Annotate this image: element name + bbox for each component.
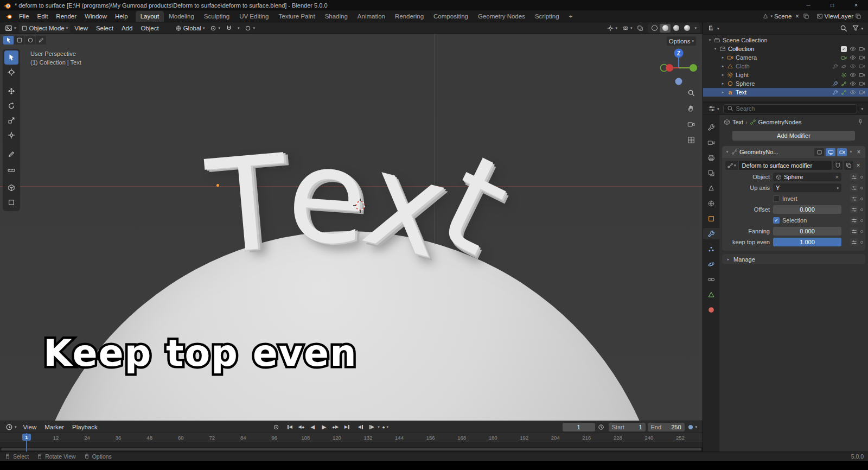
tab-object-properties[interactable]	[703, 213, 719, 224]
minimize-button[interactable]: ─	[796, 0, 820, 10]
animate-decorator[interactable]	[860, 176, 863, 179]
selection-checkbox[interactable]: ✓	[773, 217, 780, 224]
workspace-tab[interactable]: Geometry Nodes	[473, 11, 530, 22]
properties-search-input[interactable]: Search	[723, 104, 858, 113]
fanning-field[interactable]: 0.000	[773, 227, 841, 236]
tab-render-properties[interactable]	[703, 137, 719, 148]
zoom-icon[interactable]	[687, 88, 695, 97]
viewport-menu-select[interactable]: Select	[92, 24, 117, 33]
frame-start-field[interactable]: Start1	[609, 423, 646, 431]
menu-window[interactable]: Window	[81, 12, 111, 21]
select-box-tool[interactable]	[4, 50, 18, 65]
animate-decorator[interactable]	[860, 208, 863, 211]
modifier-render-toggle[interactable]	[837, 148, 847, 156]
expand-icon[interactable]: ▸	[720, 90, 725, 94]
options-dropdown[interactable]: Options▾	[667, 36, 696, 46]
expand-icon[interactable]: ▸	[720, 64, 725, 68]
blender-menu-button[interactable]	[3, 11, 15, 21]
show-gizmo-dropdown[interactable]: ▾	[605, 23, 620, 33]
workspace-tab[interactable]: Scripting	[530, 11, 564, 22]
snap-toggle[interactable]	[224, 23, 234, 33]
maximize-button[interactable]: □	[820, 0, 844, 10]
timeline-scrollbar-area[interactable]	[0, 447, 703, 452]
input-attribute-toggle[interactable]	[850, 238, 858, 246]
shading-wireframe-button[interactable]	[649, 24, 660, 33]
manage-panel-header[interactable]: ▸ Manage	[722, 254, 865, 264]
hide-viewport-icon[interactable]	[850, 72, 856, 78]
animate-decorator[interactable]	[860, 230, 863, 233]
workspace-tab[interactable]: Animation	[353, 11, 390, 22]
outliner-row-light[interactable]: ▸ Light	[703, 71, 868, 79]
workspace-tab[interactable]: Layout	[136, 11, 164, 22]
disable-render-icon[interactable]	[859, 89, 865, 96]
shading-dropdown[interactable]: ▾	[692, 23, 699, 33]
frame-jump-dropdown[interactable]: ▾	[378, 425, 380, 429]
expand-icon[interactable]: ▾	[707, 38, 712, 42]
timeline-editor-type-button[interactable]: ▾	[3, 422, 19, 432]
expand-icon[interactable]: ▸	[720, 81, 725, 86]
timeline-menu-marker[interactable]: Marker	[41, 423, 68, 431]
select-mode-intersect-button[interactable]	[36, 36, 46, 45]
gizmo-x-axis[interactable]	[666, 64, 673, 72]
scene-unlink-button[interactable]: ×	[794, 13, 801, 20]
viewport-menu-view[interactable]: View	[71, 24, 92, 33]
modifier-extras-dropdown[interactable]: ▾	[848, 150, 853, 154]
new-node-group-button[interactable]	[844, 161, 853, 170]
shading-solid-button[interactable]	[660, 24, 671, 33]
preview-range-toggle[interactable]	[596, 422, 607, 432]
workspace-tab[interactable]: UV Editing	[234, 11, 273, 22]
select-mode-subtract-button[interactable]	[25, 36, 35, 45]
modifier-edit-mode-toggle[interactable]	[814, 148, 824, 156]
workspace-tab[interactable]: +	[564, 11, 578, 22]
gizmo-z-neg-axis[interactable]	[675, 78, 682, 85]
current-frame-field[interactable]: 1	[563, 423, 595, 431]
breadcrumb-data[interactable]: GeometryNodes	[758, 119, 802, 125]
disable-render-icon[interactable]	[859, 80, 865, 87]
shading-rendered-button[interactable]	[681, 24, 692, 33]
playhead-frame-label[interactable]: 1	[22, 434, 31, 441]
breadcrumb-object[interactable]: Text	[732, 119, 743, 125]
hide-viewport-icon[interactable]	[850, 54, 856, 61]
input-attribute-toggle[interactable]	[850, 184, 858, 192]
workspace-tab[interactable]: Sculpting	[199, 11, 234, 22]
workspace-tab[interactable]: Compositing	[429, 11, 473, 22]
text-object[interactable]: T e x t	[213, 141, 468, 270]
pivot-point-dropdown[interactable]: ▾	[208, 23, 222, 33]
input-attribute-toggle[interactable]	[850, 173, 858, 181]
input-attribute-toggle[interactable]	[850, 206, 858, 213]
viewport-menu-add[interactable]: Add	[118, 24, 136, 33]
prev-frame-button[interactable]: ◀	[355, 423, 366, 431]
tab-material-properties[interactable]	[703, 304, 719, 315]
outliner-row-cloth[interactable]: ▸ Cloth	[703, 62, 868, 71]
outliner-row-text[interactable]: ▸ a Text	[703, 88, 868, 97]
timeline-menu-playback[interactable]: Playback	[68, 423, 101, 431]
outliner-search-button[interactable]	[838, 23, 850, 33]
properties-editor-type-button[interactable]: ▾	[706, 104, 722, 113]
menu-help[interactable]: Help	[111, 12, 132, 21]
outliner-editor-type-button[interactable]: ▾	[706, 23, 722, 33]
tab-physics-properties[interactable]	[703, 258, 719, 270]
tab-modifier-properties[interactable]	[703, 228, 719, 239]
timeline-menu-view[interactable]: View	[20, 423, 41, 431]
disable-render-icon[interactable]	[859, 63, 865, 69]
measure-tool[interactable]	[4, 162, 18, 176]
outliner-filter-button[interactable]: ▾	[850, 23, 865, 33]
modifier-realtime-toggle[interactable]	[826, 148, 835, 156]
keep-top-even-slider[interactable]: 1.000	[773, 238, 841, 246]
jump-to-start-button[interactable]: ◀	[284, 423, 295, 431]
node-group-browse-button[interactable]: ▾	[725, 161, 738, 170]
expand-icon[interactable]: ▾	[725, 150, 730, 154]
auto-keying-toggle[interactable]	[271, 422, 282, 432]
viewlayer-selector[interactable]: ViewLayer	[813, 13, 865, 20]
outliner-row-collection[interactable]: ▾ Collection ✓	[703, 45, 868, 53]
offset-field[interactable]: 0.000	[773, 205, 841, 214]
shading-material-button[interactable]	[671, 24, 681, 33]
annotate-tool[interactable]	[4, 147, 18, 161]
new-viewlayer-icon[interactable]	[855, 13, 861, 20]
clear-object-button[interactable]: ×	[835, 174, 839, 180]
properties-filter-button[interactable]: ▾	[859, 104, 865, 113]
expand-icon[interactable]: ▾	[713, 47, 718, 51]
collection-checkbox[interactable]: ✓	[841, 46, 847, 52]
outliner-row-camera[interactable]: ▸ Camera	[703, 53, 868, 62]
playback-sync-dropdown[interactable]: ▾	[685, 422, 700, 432]
